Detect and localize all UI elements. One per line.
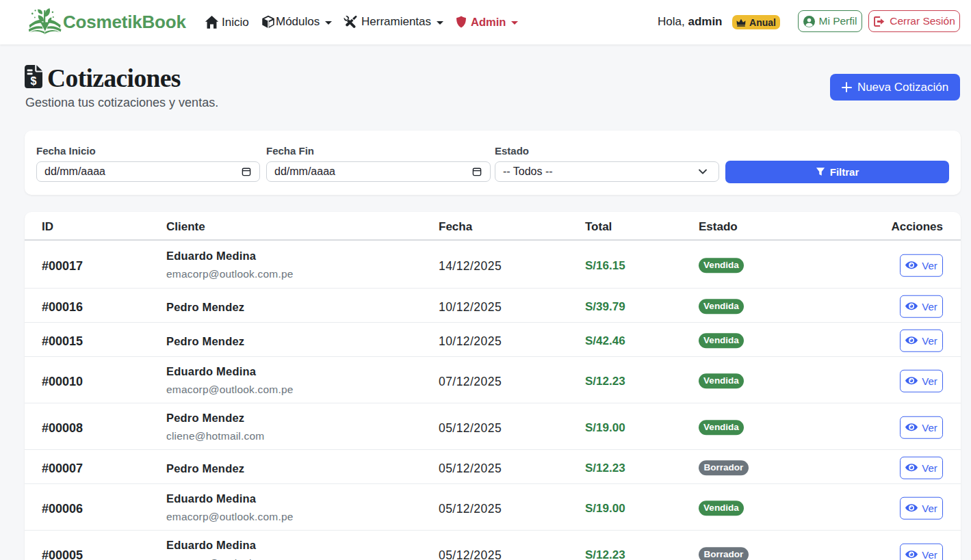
svg-text:$: $ [31,75,37,87]
